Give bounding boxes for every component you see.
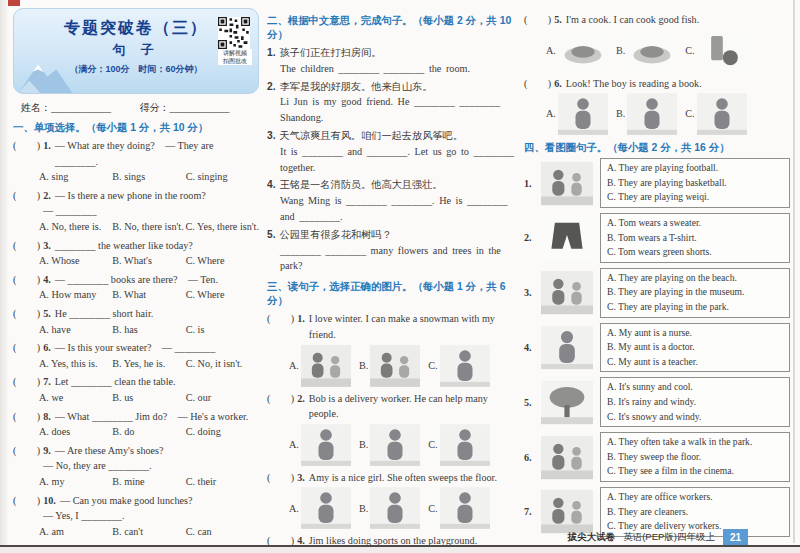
question-stem: — What are they doing? — They are ______… (55, 138, 259, 169)
mountain-illustration (18, 57, 82, 93)
options-row: A. doesB. doC. doing (13, 424, 259, 440)
img-plate-of-food (627, 30, 677, 72)
option-b-label: B. (616, 106, 625, 122)
scanned-exam-page: 专题突破卷（三） 句 子 （满分：100分 时间：60分钟） 讲解视频 拍图批改… (0, 0, 800, 553)
option-c: C. They are playing weiqi. (607, 190, 783, 205)
item-number: 2. (524, 232, 541, 243)
item-number: 3. (267, 128, 276, 144)
choice-question-5: ( )5.He ________ short hair. A. haveB. h… (13, 306, 259, 337)
completion-item-1: 1.孩子们正在打扫房间。 The children ________ _____… (267, 45, 515, 77)
options-row: A. amB. can'tC. can (13, 524, 259, 540)
scan-left-edge (0, 0, 9, 553)
sentence-options-box: A. It's sunny and cool. B. It's rainy an… (600, 377, 790, 427)
option-a: A. Yes, this is. (39, 356, 112, 372)
img-girl-wiping-table (440, 487, 490, 529)
option-c-label: C. (428, 358, 437, 374)
section4-heading: 四、看图圈句子。（每小题 2 分，共 16 分） (524, 141, 790, 155)
answer-paren: ( ) (13, 238, 40, 254)
img-doctor (370, 424, 420, 466)
choice-question-6: ( )6.— Is this your sweater? — ________ … (13, 340, 259, 371)
option-b: B. What's (112, 253, 185, 269)
option-b-label: B. (359, 437, 368, 453)
option-b: B. They are playing basketball. (607, 176, 783, 191)
item-number: 5. (524, 397, 541, 408)
question-number: 3. (297, 470, 305, 486)
option-c: C. singing (186, 169, 259, 185)
image-options-row: A. B. C. (267, 424, 515, 466)
english-sentence: It is ________ and ________. Let us go t… (267, 144, 515, 176)
answer-paren: ( ) (524, 12, 551, 28)
chinese-sentence: 天气凉爽且有风。咱们一起去放风筝吧。 (280, 128, 463, 144)
answer-paren: ( ) (267, 311, 294, 342)
question-stem-line2: — No, they are ________. (13, 458, 259, 474)
option-b: B. They sweep the floor. (607, 450, 783, 465)
option-b: B. has (112, 322, 185, 338)
option-a: A. My aunt is a nurse. (607, 326, 783, 341)
answer-paren: ( ) (13, 409, 40, 425)
img-woman-long-hair (541, 325, 593, 370)
img-snowball-fight (370, 345, 420, 387)
question-number: 1. (297, 311, 305, 342)
english-sentence: Wang Ming is ________ ________. He is __… (267, 193, 515, 225)
img-worker-standing (440, 424, 490, 466)
option-a: A. It's sunny and cool. (607, 380, 783, 395)
question-number: 5. (554, 12, 562, 28)
name-label: 姓名： (21, 102, 51, 113)
english-sentence: ________ ________ many flowers and trees… (267, 243, 515, 275)
option-a: A. They are playing football. (607, 161, 783, 176)
choice-question-3: ( )3.________ the weather like today? A.… (13, 238, 259, 269)
scan-bottom-edge (0, 545, 800, 553)
option-a: A. They often take a walk in the park. (607, 435, 783, 450)
completion-item-3: 3.天气凉爽且有风。咱们一起去放风筝吧。 It is ________ and … (267, 128, 515, 175)
option-b: B. Tom wears a T-shirt. (607, 231, 783, 246)
option-b: B. What (112, 287, 185, 303)
option-c: C. their (186, 474, 259, 490)
question-stem: I'm a cook. I can cook good fish. (566, 12, 790, 28)
options-row: A. singB. singsC. singing (13, 169, 259, 185)
option-a: A. have (39, 322, 112, 338)
name-blank: ____________ (51, 102, 111, 113)
exam-header-card: 专题突破卷（三） 句 子 （满分：100分 时间：60分钟） 讲解视频 拍图批改 (13, 8, 259, 94)
section3-heading: 三、读句子，选择正确的图片。（每小题 1 分，共 6 分） (267, 280, 515, 308)
option-c-label: C. (685, 43, 694, 59)
chinese-sentence: 公园里有很多花和树吗？ (280, 227, 392, 243)
question-stem: — Is this your sweater? — ________ (55, 340, 259, 356)
question-stem: Bob is a delivery worker. He can help ma… (309, 391, 515, 422)
qr-code (218, 17, 250, 49)
item-number: 5. (267, 227, 276, 243)
sentence-options-box: A. They often take a walk in the park. B… (600, 432, 790, 482)
options-row: A. haveB. hasC. is (13, 322, 259, 338)
option-a-label: A. (546, 106, 556, 122)
img-tree-windy-snowy (541, 380, 593, 425)
option-a-label: A. (289, 437, 299, 453)
option-a-label: A. (289, 358, 299, 374)
question-stem: I love winter. I can make a snowman with… (309, 311, 515, 342)
option-c: C. They see a film in the cinema. (607, 464, 783, 479)
completion-item-5: 5.公园里有很多花和树吗？ ________ ________ many flo… (267, 227, 515, 274)
name-score-row: 姓名：____________ 得分：____________ (21, 101, 259, 115)
section1-heading: 一、单项选择。（每小题 1 分，共 10 分） (13, 121, 259, 135)
option-a: A. sing (39, 169, 112, 185)
picture-choice-question-3: ( )3.Amy is a nice girl. She often sweep… (267, 470, 515, 530)
question-stem: — Are these Amy's shoes? (55, 443, 259, 459)
completion-item-4: 4.王铭是一名消防员。他高大且强壮。 Wang Ming is ________… (267, 177, 515, 224)
option-c: C. can (186, 524, 259, 540)
option-c: C. is (186, 322, 259, 338)
question-stem: Amy is a nice girl. She often sweeps the… (309, 470, 515, 486)
question-stem: He ________ short hair. (55, 306, 259, 322)
footer-edition: 英语(PEP版)四年级上 (623, 531, 715, 544)
question-number: 9. (43, 443, 51, 459)
answer-paren: ( ) (13, 272, 40, 288)
item-number: 7. (524, 506, 541, 517)
question-stem: — Can you make good lunches? (60, 493, 259, 509)
question-stem-line2: — ________ (13, 203, 259, 219)
img-children-playing-basketball (541, 161, 593, 206)
option-a: A. Whose (39, 253, 112, 269)
option-a: A. am (39, 524, 112, 540)
option-b: B. can't (112, 524, 185, 540)
question-stem: — Is there a new phone in the room? (55, 188, 259, 204)
choice-question-10: ( )10.— Can you make good lunches? — Yes… (13, 493, 259, 540)
question-stem: Let ________ clean the table. (55, 374, 259, 390)
question-number: 7. (43, 374, 51, 390)
option-b: B. do (112, 424, 185, 440)
